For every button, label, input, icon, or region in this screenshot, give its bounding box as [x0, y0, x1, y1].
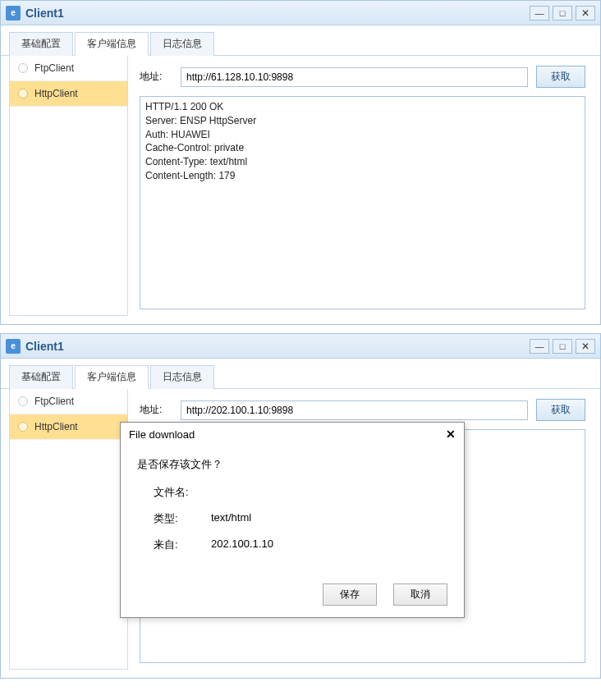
get-button[interactable]: 获取: [536, 66, 585, 88]
titlebar: e Client1 — □ ✕: [1, 334, 600, 359]
radio-icon: [18, 89, 28, 98]
window-title: Client1: [25, 7, 530, 20]
from-value: 202.100.1.10: [211, 538, 273, 552]
dialog-title-text: File download: [129, 428, 195, 441]
tab-log-info[interactable]: 日志信息: [150, 365, 214, 389]
address-input[interactable]: [181, 400, 528, 420]
sidebar: FtpClient HttpClient: [9, 389, 128, 670]
save-button[interactable]: 保存: [323, 583, 377, 606]
tab-basic-config[interactable]: 基础配置: [9, 32, 73, 56]
window-2: e Client1 — □ ✕ 基础配置 客户端信息 日志信息 FtpClien…: [0, 333, 601, 679]
tab-basic-config[interactable]: 基础配置: [9, 365, 73, 389]
dialog-titlebar: File download ✕: [121, 423, 464, 446]
radio-icon: [18, 422, 28, 432]
tab-client-info[interactable]: 客户端信息: [75, 365, 149, 389]
sidebar-item-label: FtpClient: [34, 396, 74, 407]
app-icon: e: [6, 6, 21, 21]
window-controls: — □ ✕: [530, 6, 595, 21]
body-area: FtpClient HttpClient 地址: 获取 HTTP/1.1 200…: [1, 388, 600, 678]
sidebar-item-label: FtpClient: [34, 62, 74, 74]
filename-label: 文件名:: [154, 485, 211, 500]
tabs-row: 基础配置 客户端信息 日志信息: [1, 25, 600, 56]
window-title: Client1: [25, 340, 530, 353]
get-button[interactable]: 获取: [536, 399, 585, 421]
body-area: FtpClient HttpClient 地址: 获取 HTTP/1.1 200…: [1, 55, 600, 324]
radio-icon: [18, 396, 28, 406]
file-download-dialog: File download ✕ 是否保存该文件？ 文件名: 类型: text/h…: [120, 422, 465, 618]
main-panel: 地址: 获取 HTTP/1.1 200 OK Server: ENSP Http…: [128, 389, 592, 670]
type-value: text/html: [211, 511, 251, 526]
cancel-button[interactable]: 取消: [393, 583, 447, 606]
from-label: 来自:: [154, 538, 211, 552]
sidebar-item-httpclient[interactable]: HttpClient: [10, 414, 127, 440]
maximize-button[interactable]: □: [553, 339, 572, 354]
titlebar: e Client1 — □ ✕: [1, 1, 600, 25]
tab-client-info[interactable]: 客户端信息: [75, 32, 149, 56]
sidebar-item-label: HttpClient: [34, 88, 78, 99]
app-icon: e: [6, 339, 21, 354]
dialog-prompt: 是否保存该文件？: [137, 457, 447, 472]
close-button[interactable]: ✕: [576, 339, 595, 354]
dialog-row-from: 来自: 202.100.1.10: [137, 538, 447, 552]
close-button[interactable]: ✕: [576, 6, 595, 21]
address-label: 地址:: [140, 70, 172, 84]
address-input[interactable]: [181, 67, 528, 87]
tabs-row: 基础配置 客户端信息 日志信息: [1, 359, 600, 389]
dialog-close-icon[interactable]: ✕: [446, 428, 456, 441]
main-panel: 地址: 获取 HTTP/1.1 200 OK Server: ENSP Http…: [128, 56, 592, 316]
dialog-body: 是否保存该文件？ 文件名: 类型: text/html 来自: 202.100.…: [121, 446, 464, 577]
dialog-buttons: 保存 取消: [121, 577, 464, 617]
tab-log-info[interactable]: 日志信息: [150, 32, 214, 56]
sidebar-item-httpclient[interactable]: HttpClient: [10, 81, 127, 107]
type-label: 类型:: [154, 511, 211, 526]
window-1: e Client1 — □ ✕ 基础配置 客户端信息 日志信息 FtpClien…: [0, 0, 601, 325]
dialog-row-filename: 文件名:: [137, 485, 447, 500]
minimize-button[interactable]: —: [530, 339, 549, 354]
minimize-button[interactable]: —: [530, 6, 549, 21]
dialog-row-type: 类型: text/html: [137, 511, 447, 526]
maximize-button[interactable]: □: [553, 6, 572, 21]
sidebar-item-ftpclient[interactable]: FtpClient: [10, 389, 127, 414]
address-row: 地址: 获取: [140, 66, 585, 88]
radio-icon: [18, 63, 28, 73]
sidebar-item-label: HttpClient: [34, 421, 78, 432]
sidebar-item-ftpclient[interactable]: FtpClient: [10, 56, 127, 81]
address-label: 地址:: [140, 403, 172, 417]
sidebar: FtpClient HttpClient: [9, 56, 128, 316]
response-textarea[interactable]: HTTP/1.1 200 OK Server: ENSP HttpServer …: [140, 96, 585, 309]
address-row: 地址: 获取: [140, 399, 585, 421]
window-controls: — □ ✕: [530, 339, 595, 354]
